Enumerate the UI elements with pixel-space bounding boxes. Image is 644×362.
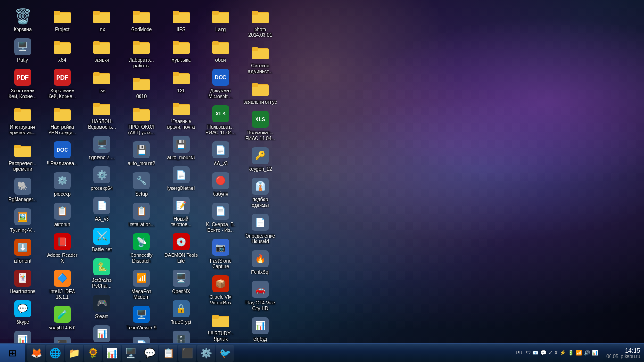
desktop-icon-instruk[interactable]: Инструкция врачам-эк...	[4, 101, 41, 138]
desktop-icon-polzovat2[interactable]: XLSПользоват... РИАС 11.04...	[241, 107, 279, 143]
desktop-icon-opredelenie[interactable]: 📄Определение HouseId	[241, 210, 279, 247]
taskbar-app-settings[interactable]: ⚙️	[197, 345, 215, 362]
desktop-icon-polzovat[interactable]: XLSПользоват... РИАС 11.04...	[202, 101, 239, 138]
desktop-icon-css[interactable]: css	[83, 65, 121, 96]
taskbar-app-chrome[interactable]: 🌐	[46, 345, 64, 362]
desktop-icon-autorun[interactable]: 📋autorun	[43, 199, 81, 230]
121-label: 121	[177, 88, 185, 94]
taskbar-app-photos[interactable]: 🌻	[84, 345, 102, 362]
docmicro-label: Документ Microsoft ...	[204, 88, 238, 99]
taskbar-app-unknown1[interactable]: 📊	[103, 345, 121, 362]
desktop-icon-lang[interactable]: Lang	[202, 4, 239, 34]
desktop-icon-soapui[interactable]: 🧪soapUI 4.6.0	[43, 302, 81, 333]
svg-rect-2	[14, 108, 21, 112]
svg-rect-50	[173, 103, 179, 107]
clock[interactable]: 14:15 06.05. pikebu.ru	[603, 347, 640, 359]
desktop-icon-setup[interactable]: 🔧Setup	[123, 168, 160, 199]
desktop-icon-laborat[interactable]: Лаборато... работы	[123, 34, 160, 71]
taskbar-app-bird[interactable]: 🐦	[216, 345, 234, 362]
desktop-icon-truecrypt[interactable]: 🔒TrueCrypt	[162, 296, 200, 327]
taskbar-app-firefox[interactable]: 🦊	[27, 345, 45, 362]
desktop-icon-docmicro[interactable]: DOCДокумент Microsoft ...	[202, 65, 239, 101]
desktop-icon-lyserg[interactable]: 📄lysergDiethel	[162, 163, 200, 193]
121-icon-image	[172, 68, 190, 87]
desktop-icon-godmode[interactable]: GodMode	[123, 4, 160, 34]
taskbar-app-explorer[interactable]: 📁	[65, 345, 83, 362]
desktop-icon-daemon[interactable]: 💿DAEMON Tools Lite	[162, 230, 200, 266]
desktop-icon-procexp64[interactable]: ⚙️procexp64	[83, 163, 121, 193]
desktop-icon-adobe[interactable]: 📕Adobe Reader X	[43, 230, 81, 266]
desktop-icon-nx[interactable]: .nx	[83, 4, 121, 34]
desktop-icon-battlenet[interactable]: ⚔️Battle.net	[83, 224, 121, 255]
desktop-icon-babul[interactable]: 🔴бабуля	[202, 168, 239, 199]
desktop-icon-realizova[interactable]: DOC!! Реализова...	[43, 138, 81, 168]
desktop-icon-project[interactable]: Project	[43, 4, 81, 34]
desktop-icon-zayavleni[interactable]: заявлени отпус	[241, 76, 279, 107]
desktop-icon-shablon[interactable]: ШАБЛОН- Ведомость...	[83, 96, 121, 132]
protokol-label: ПРОТОКОЛ (АКТ) уста...	[124, 124, 158, 136]
desktop-icon-automount3[interactable]: 💾auto_mount3	[162, 132, 200, 163]
desktop-icon-cserra[interactable]: 📄К. Сьерра, Б. Бейтс - Из...	[202, 199, 239, 235]
desktop-icon-x64[interactable]: x64	[43, 34, 81, 65]
desktop-icon-setadm[interactable]: Сетевое админист...	[241, 40, 279, 76]
desktop-icon-podбор[interactable]: 👔подбор одежды	[241, 174, 279, 210]
desktop-icon-nastroika[interactable]: Настройка VPN соеди...	[43, 101, 81, 138]
adobe-label: Adobe Reader X	[45, 253, 79, 264]
desktop-icon-muzyka[interactable]: муызыка	[162, 34, 200, 65]
desktop-icon-tightvnc[interactable]: 🖥️tightvnc-2....	[83, 132, 121, 163]
megafon-icon-image: 📶	[132, 269, 151, 288]
desktop-icon-intellij[interactable]: 🔷IntelliJ IDEA 13.1.1	[43, 266, 81, 302]
svg-rect-68	[252, 83, 258, 87]
desktop-icon-oboi[interactable]: обои	[202, 34, 239, 65]
desktop-icon-raspr[interactable]: Распредел... времени	[4, 138, 41, 174]
desktop-icon-utorrent[interactable]: ⬇️µTorrent	[4, 235, 41, 266]
desktop-icon-skype[interactable]: 💬Skype	[4, 296, 41, 327]
desktop-icon-oracle[interactable]: 📦Oracle VM VirtualBox	[202, 272, 239, 308]
desktop-icon-connectify[interactable]: 📡Connectify Dispatch	[123, 230, 160, 266]
desktop-icon-procexp[interactable]: ⚙️procexp	[43, 168, 81, 199]
desktop-icon-horstmann1[interactable]: PDFХорстманн Кей, Корне...	[4, 65, 41, 101]
desktop-icon-install[interactable]: 📋Installation...	[123, 199, 160, 230]
polzovat2-icon-image: XLS	[251, 110, 270, 129]
desktop-icon-keygen[interactable]: 🔑keygen_12	[241, 143, 279, 174]
babul-icon-image: 🔴	[211, 171, 230, 190]
desktop-icon-hearth[interactable]: 🃏Hearthstone	[4, 266, 41, 296]
taskbar-app-unknown2[interactable]: 🖥️	[122, 345, 140, 362]
desktop-icon-korz[interactable]: 🗑️Корзина	[4, 4, 41, 34]
desktop-icon-faststone[interactable]: 📷FastStone Capture	[202, 235, 239, 272]
desktop-icon-opennx[interactable]: 🖥️OpenNX	[162, 266, 200, 296]
desktop-icon-megafon[interactable]: 📶MegaFon Modem	[123, 266, 160, 302]
taskbar-app-unknown3[interactable]: 📋	[159, 345, 177, 362]
desktop-icon-novyi[interactable]: 📝Новый текстов...	[162, 193, 200, 230]
desktop-icon-elrjbud[interactable]: 📊elrjбуд	[241, 313, 279, 344]
desktop-icon-horstmann2[interactable]: PDFХорстманн Кей, Корне...	[43, 65, 81, 101]
desktop-icon-automount2[interactable]: 💾auto_mount2	[123, 138, 160, 168]
desktop-icon-121[interactable]: 121	[162, 65, 200, 96]
desktop-icon-playgta[interactable]: 🚗Play GTA Vice City HD	[241, 277, 279, 313]
teamviewer-label: TeamViewer 9	[126, 325, 156, 331]
nx-icon-image	[92, 7, 111, 25]
desktop-icon-putty[interactable]: 🖥️Putty	[4, 34, 41, 65]
desktop-icon-0010[interactable]: 0010	[123, 71, 160, 101]
tray-language[interactable]: RU	[514, 350, 524, 355]
desktop-icon-iips[interactable]: IIPS	[162, 4, 200, 34]
desktop-icon-tyuning[interactable]: 🖼️Tyuning-V...	[4, 205, 41, 235]
desktop-icon-protokol[interactable]: ПРОТОКОЛ (АКТ) уста...	[123, 101, 160, 138]
desktop-icon-study[interactable]: !!!!!STUDY - Ярлык	[202, 308, 239, 344]
desktop-icon-jetbrains[interactable]: 🐍JetBrains PyChar...	[83, 255, 121, 291]
desktop-icon-aav3[interactable]: 📄AA_v3	[83, 193, 121, 224]
desktop-icon-teamviewer[interactable]: 🖥️TeamViewer 9	[123, 302, 160, 333]
start-button[interactable]: ⊞	[0, 344, 25, 362]
taskbar-app-cmd[interactable]: ⬛	[178, 345, 196, 362]
svg-rect-14	[54, 108, 60, 112]
svg-rect-56	[212, 41, 219, 45]
podбор-icon-image: 👔	[251, 177, 270, 196]
desktop-icon-photo[interactable]: photo 2014.03.01	[241, 4, 279, 40]
desktop-icon-fenix[interactable]: 🔥FenixSql	[241, 247, 279, 277]
desktop-icon-pgman[interactable]: 🐘PgManager...	[4, 174, 41, 205]
desktop-icon-glavvr[interactable]: !Главные врачи, почта	[162, 96, 200, 132]
desktop-icon-steam[interactable]: 🎮Steam	[83, 291, 121, 321]
desktop-icon-zayavki[interactable]: заявки	[83, 34, 121, 65]
taskbar-app-skype2[interactable]: 💬	[140, 345, 158, 362]
desktop-icon-aav3b[interactable]: 📄AA_v3	[202, 138, 239, 168]
